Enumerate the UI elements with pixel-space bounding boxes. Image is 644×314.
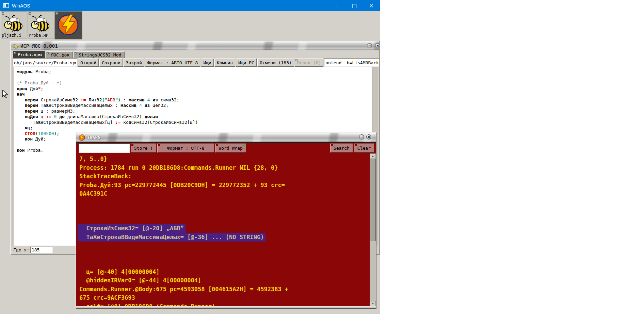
isr-minimize-button[interactable]: –: [367, 43, 372, 48]
dock-item-label: Proba.ЯР: [29, 33, 48, 38]
trap-line: [79, 250, 368, 259]
undo-button[interactable]: Отмени (183): [257, 59, 294, 67]
trap-line: ТаЖеСтрокаВВидеМассиваЦелых= [@-36] ... …: [79, 233, 368, 242]
window-controls: – □ ×: [329, 0, 380, 11]
trap-line: [79, 216, 368, 225]
isr-close-button[interactable]: ×: [375, 43, 380, 48]
compile-button[interactable]: Компил: [214, 59, 235, 67]
trap-line: self= [@8] 0DB186D8 (Commands.Runner): [79, 302, 368, 307]
ide-toolbar-buttons: ОткройСохраниЗакройФормат : АВТО UTF-8Ищ…: [78, 59, 323, 67]
close-button[interactable]: ×: [363, 0, 380, 11]
window-title: WinAOS: [12, 3, 30, 9]
trap-line: @hiddenIRVar0= [@-44] 4[00000004]: [79, 276, 368, 285]
scroll-up-icon[interactable]: ▲: [370, 153, 376, 159]
word-wrap-button[interactable]: Word Wrap: [215, 144, 246, 153]
tab-yaos-fok[interactable]: ЯОС.фок: [46, 51, 73, 58]
dock: pljazh.iProba.ЯР: [0, 11, 380, 39]
traps-log[interactable]: 7, 5..0}Process: 1784 run 0 20DB186D8:Co…: [76, 153, 376, 306]
ide-title: ИСР ЯОС 0.001: [20, 43, 58, 49]
traps-toolbar: Store !Формат : UTF-8Word Wrap SearchCle…: [76, 143, 376, 153]
find-button[interactable]: Ищи: [201, 59, 213, 67]
traps-minimize-button[interactable]: –: [359, 134, 364, 139]
path-input[interactable]: [13, 59, 77, 67]
trap-line: [79, 259, 368, 268]
code-line: перем ТаЖеСтрокаВВидеМассиваЦелых : масс…: [17, 103, 372, 109]
code-line: (* Proba.Дуй ~ *): [17, 80, 372, 86]
close-file-button[interactable]: Закрой: [124, 59, 144, 67]
code-line: проц Дуй*;: [17, 86, 372, 92]
search-button[interactable]: Search: [330, 144, 353, 153]
code-line: ТаЖеСтрокаВВидеМассиваЦелых[ц] := кодСим…: [17, 120, 372, 126]
open-button[interactable]: Открой: [78, 59, 99, 67]
code-line: перем СтрокаИзСимв32 := Лит32("АБВ") : м…: [17, 97, 372, 103]
traps-window: TRAPS – × Store !Формат : UTF-8Word Wrap…: [76, 132, 376, 309]
traps-log-lines: 7, 5..0}Process: 1784 run 0 20DB186D8:Co…: [79, 155, 368, 306]
dock-item-label: pljazh.i: [2, 33, 21, 38]
ide-toolbar: ОткройСохраниЗакройФормат : АВТО UTF-8Ищ…: [11, 58, 379, 67]
trap-line: Commands.Runner.@Body:675 pc=4593058 [00…: [79, 285, 368, 294]
code-line: модуль Proba;: [17, 69, 372, 75]
traps-title: TRAPS: [87, 135, 100, 140]
os-titlebar[interactable]: WinAOS – □ ×: [0, 0, 380, 11]
winaos-window: WinAOS – □ × pljazh.iProba.ЯР ИСР ЯОС 0.…: [0, 0, 380, 314]
trap-line: 675 crc=9ACF3693: [79, 294, 368, 302]
trap-line: СтрокаИзСимв32= [@-20] „АБВ“: [79, 224, 368, 233]
code-line: кц;: [17, 125, 372, 131]
traps-search-input[interactable]: [79, 144, 130, 153]
caret-position-input[interactable]: [30, 247, 53, 253]
traps-toolbar-spacer: [247, 144, 329, 153]
traps-toolbar-right: SearchClear: [330, 144, 374, 153]
dock-item-proba[interactable]: Proba.ЯР: [28, 11, 54, 38]
caret-position-label: Где я:: [13, 247, 29, 252]
trap-line: 0A4C391C: [79, 189, 368, 198]
format-button[interactable]: Формат : АВТО UTF-8: [145, 59, 200, 67]
trap-line: [79, 207, 368, 216]
mouse-cursor: [2, 90, 8, 99]
bee-icon: [31, 14, 50, 32]
word-wrap-indicator: [243, 145, 245, 146]
ide-titlebar[interactable]: ИСР ЯОС 0.001 – ×: [11, 42, 379, 50]
screen: WinAOS – □ × pljazh.iProba.ЯР ИСР ЯОС 0.…: [0, 0, 644, 314]
trap-line: StackTraceBack:: [79, 172, 368, 181]
code-line: [17, 75, 372, 81]
code-line: нач: [17, 92, 372, 97]
clear-button[interactable]: Clear: [354, 144, 374, 153]
traps-titlebar[interactable]: TRAPS – ×: [76, 133, 376, 143]
trap-line: 7, 5..0}: [79, 155, 368, 164]
lightning-icon: [79, 134, 85, 141]
trap-line: Process: 1784 run 0 20DB186D8:Commands.R…: [79, 164, 368, 172]
tab-stringsucs32[interactable]: StringsUCS32.Mod: [74, 51, 125, 58]
app-icon: [3, 3, 9, 8]
find-pc-button[interactable]: Ищи PC: [236, 59, 257, 67]
maximize-button[interactable]: □: [346, 0, 363, 11]
traps-scrollbar[interactable]: ▲ ▼: [370, 153, 376, 306]
compiler-options-input[interactable]: [324, 59, 379, 67]
trap-line: ц= [@-40] 4[00000004]: [79, 268, 368, 277]
scroll-down-icon[interactable]: ▼: [370, 301, 376, 306]
traps-toolbar-left: Store !Формат : UTF-8Word Wrap: [131, 144, 246, 153]
trap-line: [79, 242, 368, 250]
code-line: перем ц : размерМЗ;: [17, 109, 372, 114]
bee-icon: [4, 14, 23, 32]
dock-item-pljazh[interactable]: pljazh.i: [1, 11, 27, 38]
lightning-icon: [57, 14, 79, 36]
scrollbar-thumb[interactable]: [370, 159, 376, 241]
save-button[interactable]: Сохрани: [99, 59, 123, 67]
bee-icon: [13, 44, 19, 49]
code-line: нцДля ц := 0 до длинаМассива(СтрокаИзСим…: [17, 114, 372, 120]
traps-bottom-border: [76, 306, 376, 308]
minimize-button[interactable]: –: [329, 0, 346, 11]
tab-bar: Proba.ярмЯОС.фокStringsUCS32.Mod: [11, 50, 379, 58]
format-button[interactable]: Формат : UTF-8: [157, 144, 214, 153]
trap-line: Proba.Дуй:93 pc=229772445 [0DB20C9DH] = …: [79, 181, 368, 190]
dock-item-active-task[interactable]: [54, 11, 82, 39]
trap-line: [79, 198, 368, 207]
traps-close-button[interactable]: ×: [366, 134, 371, 139]
redo-button[interactable]: Верни (0): [295, 59, 323, 67]
tab-proba-yarm[interactable]: Proba.ярм: [13, 51, 45, 58]
store-button[interactable]: Store !: [131, 144, 156, 153]
